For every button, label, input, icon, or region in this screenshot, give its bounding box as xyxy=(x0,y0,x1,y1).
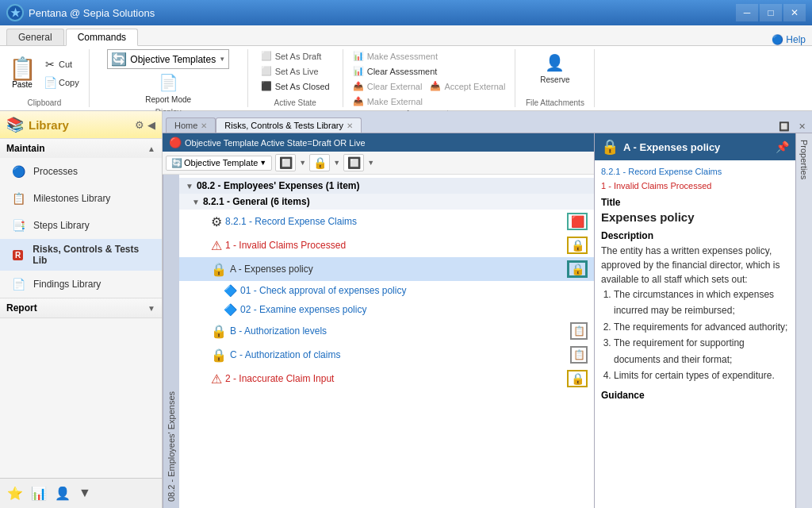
sidebar-item-steps[interactable]: 📑 Steps Library xyxy=(0,212,162,239)
content-tab-risks[interactable]: Risks, Controls & Tests Library ✕ xyxy=(216,117,362,133)
maintain-section-header[interactable]: Maintain ▲ xyxy=(0,139,162,158)
tree-item-inaccurate-claim[interactable]: ⚠ 2 - Inaccurate Claim Input 🔒 xyxy=(179,367,594,391)
check-approval-icon: 🔷 xyxy=(224,284,237,297)
clear-assess-icon: 📊 xyxy=(353,66,364,76)
clear-ext-icon: 📤 xyxy=(353,81,364,91)
risks-icon: R xyxy=(10,246,26,264)
clear-external-button[interactable]: 📤 Clear External xyxy=(350,79,426,93)
maximize-button[interactable]: □ xyxy=(760,4,782,21)
record-expense-text[interactable]: 8.2.1 - Record Expense Claims xyxy=(225,216,564,227)
employees-header-text: 08.2 - Employees' Expenses (1 item) xyxy=(197,180,360,191)
risks-tab-label: Risks, Controls & Tests Library xyxy=(224,121,343,130)
tree-tool-1[interactable]: 🔲 xyxy=(275,154,296,171)
set-as-closed-button[interactable]: ⬛ Set As Closed xyxy=(258,79,333,93)
copy-button[interactable]: 📄 Copy xyxy=(40,74,82,91)
sidebar-item-findings[interactable]: 📄 Findings Library xyxy=(0,271,162,298)
examine-policy-icon: 🔷 xyxy=(224,303,237,316)
content-tab-home[interactable]: Home ✕ xyxy=(166,117,216,133)
make-external-button[interactable]: 📤 Make External xyxy=(350,94,426,108)
sidebar-btn-2[interactable]: 📊 xyxy=(29,483,49,503)
auth-levels-text[interactable]: B - Authorization levels xyxy=(230,325,567,337)
make-assessment-button[interactable]: 📊 Make Assessment xyxy=(350,49,441,63)
active-state-content: ⬜ Set As Draft ⬜ Set As Live ⬛ Set As Cl… xyxy=(258,49,333,97)
minimize-button[interactable]: ─ xyxy=(736,4,758,21)
sidebar-item-milestones[interactable]: 📋 Milestones Library xyxy=(0,185,162,212)
employees-collapse-icon[interactable]: ▼ xyxy=(186,182,193,190)
risks-label: Risks, Controls & Tests Lib xyxy=(33,244,152,266)
expenses-policy-badge-icon: 🔒 xyxy=(571,263,584,275)
home-tab-label: Home xyxy=(174,121,197,130)
sidebar-settings-icon[interactable]: ⚙ xyxy=(135,119,144,131)
auth-claims-text[interactable]: C - Authorization of claims xyxy=(230,349,567,360)
report-section-header[interactable]: Report ▼ xyxy=(0,298,162,318)
make-assess-icon: 📊 xyxy=(353,51,364,61)
active-state-group: ⬜ Set As Draft ⬜ Set As Live ⬛ Set As Cl… xyxy=(248,49,343,107)
tab-commands[interactable]: Commands xyxy=(66,29,138,46)
detail-breadcrumb-1[interactable]: 8.2.1 - Record Expense Claims xyxy=(601,167,789,176)
detail-body: 8.2.1 - Record Expense Claims 1 - Invali… xyxy=(595,160,795,410)
detail-pin-icon[interactable]: 📌 xyxy=(776,140,789,153)
general-collapse-icon[interactable]: ▼ xyxy=(192,198,200,206)
maintain-collapse-icon: ▲ xyxy=(147,144,155,153)
help-button[interactable]: 🔵 Help xyxy=(772,34,806,45)
inaccurate-claim-text[interactable]: 2 - Inaccurate Claim Input xyxy=(225,373,564,384)
tab-general[interactable]: General xyxy=(6,29,64,45)
tree-item-record-expense[interactable]: ⚙ 8.2.1 - Record Expense Claims 🟥 xyxy=(179,210,594,233)
paste-icon: 📋 xyxy=(11,58,33,80)
tree-body: 08.2 - Employees' Expenses ▼ 08.2 - Empl… xyxy=(163,175,594,508)
check-approval-text[interactable]: 01 - Check approval of expenses policy xyxy=(240,285,588,296)
maintain-label: Maintain xyxy=(6,143,45,154)
obj-template-toolbar-btn[interactable]: 🔄 Objective Template ▼ xyxy=(166,156,272,171)
sidebar-btn-1[interactable]: ⭐ xyxy=(5,483,25,503)
reserve-button[interactable]: 👤 Reserve xyxy=(536,49,573,87)
report-mode-icon: 📄 xyxy=(157,71,179,94)
accept-external-button[interactable]: 📥 Accept External xyxy=(427,79,508,93)
detail-breadcrumb-2[interactable]: 1 - Invalid Claims Processed xyxy=(601,181,789,190)
inaccurate-claim-icon: ⚠ xyxy=(211,371,222,387)
sidebar-item-processes[interactable]: 🔵 Processes xyxy=(0,158,162,185)
ribbon: 📋 Paste ✂ Cut 📄 Copy Clipboard xyxy=(0,46,812,111)
tree-item-auth-levels[interactable]: 🔒 B - Authorization levels 📋 xyxy=(179,319,594,343)
home-tab-close[interactable]: ✕ xyxy=(201,121,207,130)
tree-item-invalid-claims[interactable]: ⚠ 1 - Invalid Claims Processed 🔒 xyxy=(179,233,594,257)
content-ctrl-restore[interactable]: 🔲 xyxy=(776,121,793,133)
record-expense-icon: ⚙ xyxy=(211,214,222,229)
examine-policy-text[interactable]: 02 - Examine expenses policy xyxy=(240,304,588,315)
invalid-claims-text[interactable]: 1 - Invalid Claims Processed xyxy=(225,240,564,251)
clipboard-group: 📋 Paste ✂ Cut 📄 Copy Clipboard xyxy=(0,49,90,107)
report-mode-button[interactable]: 📄 Report Mode xyxy=(141,69,195,106)
set-as-draft-button[interactable]: ⬜ Set As Draft xyxy=(258,49,325,63)
tree-item-examine-policy[interactable]: 🔷 02 - Examine expenses policy xyxy=(179,300,594,319)
window-controls[interactable]: ─ □ ✕ xyxy=(736,4,806,21)
sidebar-more-icon[interactable]: ▼ xyxy=(76,483,94,503)
objective-template-dropdown[interactable]: 🔄 Objective Templates ▼ xyxy=(107,49,229,69)
risks-tab-close[interactable]: ✕ xyxy=(347,121,353,130)
title-bar-left: ★ Pentana @ Sepia Solutions xyxy=(6,4,155,21)
active-state-label: Active State xyxy=(274,97,316,107)
tree-tool-3-dropdown[interactable]: ▼ xyxy=(367,159,374,167)
tab-bar: General Commands 🔵 Help xyxy=(0,25,812,46)
tree-tool-3[interactable]: 🔲 xyxy=(343,154,364,171)
tree-item-expenses-policy[interactable]: 🔒 A - Expenses policy 🔒 xyxy=(179,257,594,281)
app-icon: ★ xyxy=(6,4,24,21)
content-ctrl-close[interactable]: ✕ xyxy=(795,121,809,133)
display-content: 🔄 Objective Templates ▼ xyxy=(107,49,229,69)
tree-tool-2-dropdown[interactable]: ▼ xyxy=(333,159,340,167)
tree-item-auth-claims[interactable]: 🔒 C - Authorization of claims 📋 xyxy=(179,343,594,367)
obj-template-toolbar-label: Objective Template xyxy=(184,158,258,167)
clear-assessment-button[interactable]: 📊 Clear Assessment xyxy=(350,64,441,78)
paste-button[interactable]: 📋 Paste xyxy=(6,56,38,91)
cut-button[interactable]: ✂ Cut xyxy=(40,56,82,73)
detail-properties-tab[interactable]: Properties xyxy=(795,133,812,508)
tree-tool-2[interactable]: 🔒 xyxy=(309,154,330,171)
tree-tool-1-dropdown[interactable]: ▼ xyxy=(299,159,306,167)
close-button[interactable]: ✕ xyxy=(783,4,806,21)
group-general: ▼ 8.2.1 - General (6 items) xyxy=(179,194,594,210)
sidebar-collapse-icon[interactable]: ◀ xyxy=(147,119,155,131)
tree-item-check-approval[interactable]: 🔷 01 - Check approval of expenses policy xyxy=(179,281,594,300)
main-area: 📚 Library ⚙ ◀ Maintain ▲ 🔵 Processes 📋 M… xyxy=(0,111,812,508)
assessments-content: 📊 Make Assessment 📊 Clear Assessment 📤 C… xyxy=(350,49,509,108)
sidebar-btn-3[interactable]: 👤 xyxy=(52,483,73,503)
set-as-live-button[interactable]: ⬜ Set As Live xyxy=(258,64,322,78)
sidebar-item-risks[interactable]: R Risks, Controls & Tests Lib xyxy=(0,239,162,271)
